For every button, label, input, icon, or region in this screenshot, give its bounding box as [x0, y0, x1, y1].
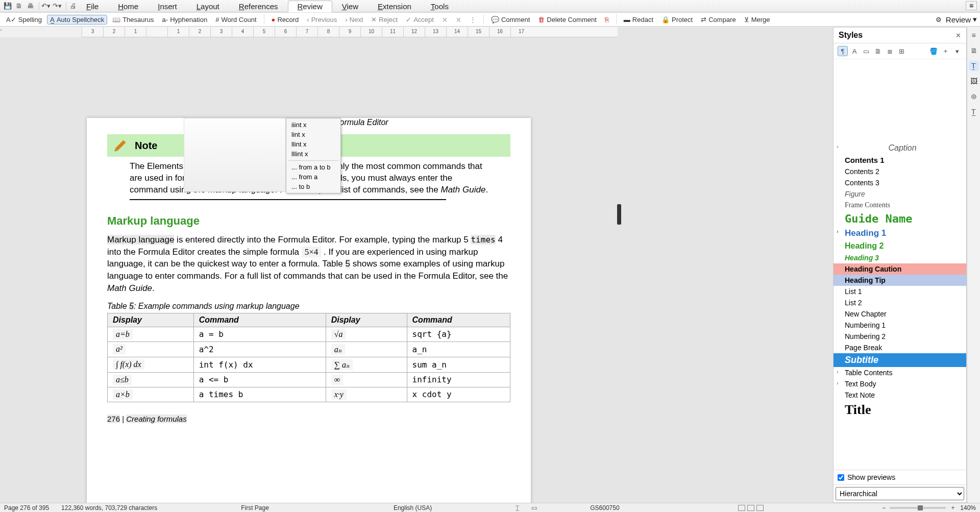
- style-contents-1[interactable]: Contents 1: [834, 154, 966, 166]
- thesaurus-button[interactable]: 📖Thesaurus: [109, 15, 157, 25]
- character-styles-icon[interactable]: A: [849, 46, 860, 56]
- style-heading-caution[interactable]: Heading Caution: [834, 263, 966, 275]
- style-guide-name[interactable]: Guide Name: [834, 211, 966, 227]
- menu-extension[interactable]: Extension: [368, 1, 421, 12]
- table-styles-icon[interactable]: ⊞: [896, 46, 906, 56]
- sidebar-styles-icon[interactable]: Ṯ: [969, 61, 979, 71]
- style-new-chapter[interactable]: New Chapter: [834, 308, 966, 320]
- accept-all-icon[interactable]: ⤬: [453, 15, 464, 25]
- sidebar-navigator-icon[interactable]: ⊚: [969, 91, 979, 102]
- close-icon[interactable]: ✕: [955, 32, 961, 39]
- show-previews-checkbox[interactable]: [838, 474, 844, 481]
- fill-format-icon[interactable]: 🪣: [928, 46, 939, 56]
- spelling-button[interactable]: A✓Spelling: [3, 15, 45, 25]
- new-style-icon[interactable]: ＋: [940, 46, 950, 56]
- record-button[interactable]: ●Record: [268, 15, 302, 25]
- style-list-1[interactable]: List 1: [834, 286, 966, 297]
- document-scroll[interactable]: iiint xlint xllint xlllint x... from a t…: [0, 37, 618, 503]
- reject-button[interactable]: ✕Reject: [368, 15, 401, 25]
- style-numbering-1[interactable]: Numbering 1: [834, 320, 966, 331]
- merge-button[interactable]: ⊻Merge: [741, 15, 773, 25]
- frame-styles-icon[interactable]: ▭: [861, 46, 871, 56]
- menu-layout[interactable]: Layout: [187, 1, 229, 12]
- style-frame-contents[interactable]: Frame Contents: [834, 200, 966, 211]
- horizontal-ruler[interactable]: 3211234567891011121314151617: [82, 27, 618, 37]
- save-icon[interactable]: 💾: [3, 2, 12, 11]
- status-selection-icon[interactable]: ▭: [531, 504, 537, 511]
- previous-button[interactable]: ‹Previous: [304, 15, 340, 25]
- zoom-slider[interactable]: [890, 507, 946, 509]
- undo-icon[interactable]: ↶▾: [41, 2, 51, 11]
- sidebar-page-icon[interactable]: 🗎: [969, 45, 979, 56]
- style-heading-tip[interactable]: Heading Tip: [834, 275, 966, 286]
- style-heading-3[interactable]: Heading 3: [834, 252, 966, 263]
- style-subtitle[interactable]: Subtitle: [834, 353, 966, 367]
- menu-insert[interactable]: Insert: [148, 1, 187, 12]
- style-contents-3[interactable]: Contents 3: [834, 177, 966, 188]
- style-heading-1[interactable]: ›Heading 1: [834, 227, 966, 240]
- status-language[interactable]: English (USA): [394, 504, 432, 511]
- track-more-icon[interactable]: ⋮: [467, 15, 479, 25]
- next-button[interactable]: ›Next: [342, 15, 366, 25]
- paragraph-styles-icon[interactable]: ¶: [838, 46, 848, 56]
- zoom-out-icon[interactable]: −: [882, 504, 886, 511]
- save-as-icon[interactable]: 🗎: [14, 2, 23, 11]
- book-view-icon[interactable]: [756, 505, 764, 511]
- status-page-style[interactable]: First Page: [241, 504, 269, 511]
- menu-tools[interactable]: Tools: [421, 1, 458, 12]
- style-page-break[interactable]: Page Break: [834, 342, 966, 353]
- list-styles-icon[interactable]: ≣: [885, 46, 895, 56]
- style-figure[interactable]: Figure: [834, 188, 966, 200]
- review-sidebar-label[interactable]: Review ▾: [946, 15, 977, 24]
- status-words[interactable]: 122,360 words, 703,729 characters: [61, 504, 157, 511]
- panel-resize-grip[interactable]: [617, 204, 621, 225]
- style-title[interactable]: Title: [834, 401, 966, 419]
- comment-button[interactable]: 💬Comment: [488, 15, 533, 25]
- status-page[interactable]: Page 276 of 395: [4, 504, 49, 511]
- redo-icon[interactable]: ↷▾: [53, 2, 62, 11]
- status-insert-mode-icon[interactable]: ⌶: [516, 504, 519, 511]
- menu-references[interactable]: References: [229, 1, 288, 12]
- table-row: a≤ba <= b∞infinity: [108, 372, 510, 387]
- menu-view[interactable]: View: [332, 1, 368, 12]
- style-contents-2[interactable]: Contents 2: [834, 166, 966, 177]
- menu-home[interactable]: Home: [108, 1, 148, 12]
- style-numbering-2[interactable]: Numbering 2: [834, 331, 966, 342]
- style-list-2[interactable]: List 2: [834, 297, 966, 308]
- reject-all-icon[interactable]: ⤫: [439, 15, 451, 25]
- style-text-note[interactable]: Text Note: [834, 389, 966, 401]
- single-page-icon[interactable]: [738, 505, 745, 511]
- delete-comment-button[interactable]: 🗑Delete Comment: [535, 15, 600, 25]
- settings-icon[interactable]: ⚙: [936, 16, 942, 23]
- sidebar-gallery-icon[interactable]: 🖼: [969, 76, 979, 86]
- menu-file[interactable]: File: [77, 1, 108, 12]
- review-toolbar: A✓Spelling A̲Auto Spellcheck 📖Thesaurus …: [0, 12, 980, 27]
- sidebar-properties-icon[interactable]: ≡: [969, 30, 979, 40]
- style-text-body[interactable]: ›Text Body: [834, 378, 966, 389]
- compare-button[interactable]: ⇄Compare: [698, 15, 739, 25]
- table-caption: Table 5: Example commands using markup l…: [107, 302, 510, 311]
- zoom-value[interactable]: 140%: [960, 504, 976, 511]
- style-table-contents[interactable]: ›Table Contents: [834, 367, 966, 378]
- auto-spellcheck-button[interactable]: A̲Auto Spellcheck: [47, 15, 107, 25]
- styles-list[interactable]: ›CaptionContents 1Contents 2Contents 3Fi…: [834, 59, 966, 470]
- show-previews-label: Show previews: [847, 473, 895, 481]
- hyphenation-button[interactable]: a-Hyphenation: [159, 15, 211, 25]
- protect-button[interactable]: 🔒Protect: [658, 15, 696, 25]
- multi-page-icon[interactable]: [747, 505, 754, 511]
- page-styles-icon[interactable]: 🗎: [873, 46, 883, 56]
- accept-button[interactable]: ✓Accept: [403, 15, 437, 25]
- redact-button[interactable]: ▬Redact: [621, 15, 656, 25]
- word-count-button[interactable]: #Word Count: [212, 15, 259, 25]
- style-heading-2[interactable]: Heading 2: [834, 240, 966, 252]
- show-previews-row[interactable]: Show previews: [834, 470, 966, 484]
- style-caption[interactable]: ›Caption: [834, 142, 966, 154]
- menu-review[interactable]: Review: [288, 1, 332, 12]
- style-filter-select[interactable]: Hierarchical: [836, 487, 964, 500]
- hamburger-menu-icon[interactable]: ≡: [966, 1, 977, 10]
- style-actions-icon[interactable]: ▾: [952, 46, 962, 56]
- comment-nav-icon[interactable]: ⎘: [602, 15, 612, 25]
- sidebar-inspect-icon[interactable]: T̲: [969, 107, 979, 117]
- print-quick-icon[interactable]: 🖶: [26, 2, 35, 11]
- zoom-in-icon[interactable]: ＋: [950, 503, 956, 512]
